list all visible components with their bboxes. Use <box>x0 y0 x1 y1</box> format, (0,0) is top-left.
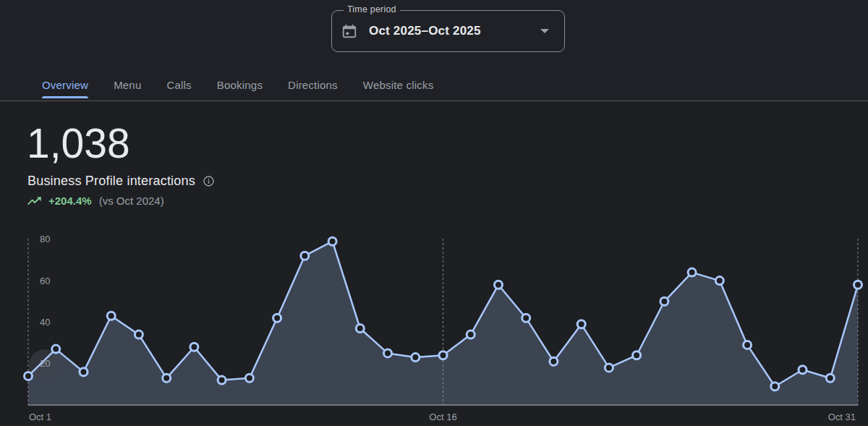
overview-panel: 1,038 Business Profile interactions +204… <box>0 102 868 426</box>
svg-text:60: 60 <box>40 276 50 286</box>
tab-website-clicks[interactable]: Website clicks <box>363 69 434 101</box>
tab-overview[interactable]: Overview <box>42 69 88 101</box>
metric-comparison-text: (vs Oct 2024) <box>99 195 164 207</box>
svg-text:20: 20 <box>40 358 50 369</box>
trend-row: +204.4% (vs Oct 2024) <box>27 195 164 207</box>
tab-calls[interactable]: Calls <box>166 69 191 101</box>
tab-directions[interactable]: Directions <box>288 69 338 101</box>
time-period-selector[interactable]: Time period Oct 2025–Oct 2025 <box>331 10 565 52</box>
svg-text:Oct 16: Oct 16 <box>429 412 456 422</box>
svg-text:Oct 1: Oct 1 <box>29 412 51 422</box>
business-profile-performance-page: Time period Oct 2025–Oct 2025 Overview M… <box>0 0 868 426</box>
metric-label: Business Profile interactions <box>27 174 195 189</box>
tab-bar: Overview Menu Calls Bookings Directions … <box>42 69 433 101</box>
time-period-value: Oct 2025–Oct 2025 <box>369 24 540 38</box>
metric-change-badge: +204.4% <box>48 195 92 207</box>
tab-menu[interactable]: Menu <box>114 69 141 101</box>
topbar: Time period Oct 2025–Oct 2025 Overview M… <box>0 0 868 101</box>
dropdown-arrow-icon <box>540 28 550 34</box>
svg-text:Oct 31: Oct 31 <box>828 412 856 422</box>
info-icon[interactable] <box>203 175 215 187</box>
metric-total-value: 1,038 <box>27 119 130 167</box>
metric-label-row: Business Profile interactions <box>27 174 215 189</box>
tab-bookings[interactable]: Bookings <box>217 69 263 101</box>
calendar-icon <box>341 23 357 39</box>
time-period-label: Time period <box>344 4 400 14</box>
svg-text:80: 80 <box>40 234 50 244</box>
interactions-chart[interactable]: 20406080Oct 1Oct 16Oct 31 <box>0 228 868 426</box>
svg-text:40: 40 <box>40 317 50 328</box>
trending-up-icon <box>27 196 42 205</box>
